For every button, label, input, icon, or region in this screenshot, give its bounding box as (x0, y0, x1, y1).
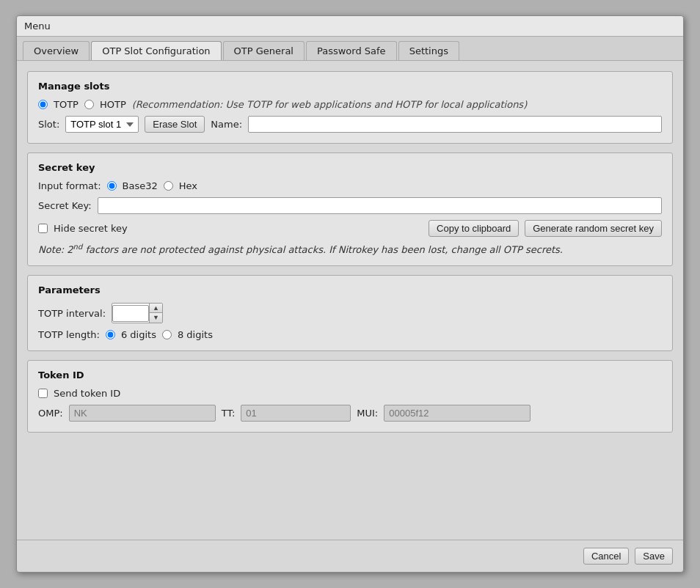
eight-digits-radio[interactable] (162, 330, 172, 339)
send-token-row: Send token ID (38, 388, 662, 399)
slot-label: Slot: (38, 119, 59, 130)
secret-key-label: Secret Key: (38, 200, 92, 211)
eight-digits-label: 8 digits (178, 329, 213, 340)
omp-label: OMP: (38, 408, 63, 419)
hide-secret-label: Hide secret key (54, 223, 128, 234)
token-id-title: Token ID (38, 370, 662, 381)
tab-overview[interactable]: Overview (23, 41, 90, 60)
hex-label: Hex (179, 180, 197, 191)
parameters-section: Parameters TOTP interval: 30 ▲ ▼ TOTP le… (27, 275, 673, 351)
mui-input[interactable] (384, 405, 531, 422)
totp-interval-spinner: 30 ▲ ▼ (112, 303, 163, 323)
totp-radio[interactable] (38, 100, 48, 109)
hide-copy-row: Hide secret key Copy to clipboard Genera… (38, 220, 662, 237)
cancel-button[interactable]: Cancel (583, 548, 629, 565)
parameters-title: Parameters (38, 284, 662, 295)
save-button[interactable]: Save (635, 548, 673, 565)
totp-label: TOTP (54, 99, 79, 110)
input-format-row: Input format: Base32 Hex (38, 180, 662, 191)
six-digits-radio[interactable] (106, 330, 115, 339)
mui-label: MUI: (357, 408, 378, 419)
tab-otp-slot-config[interactable]: OTP Slot Configuration (91, 41, 221, 60)
name-input[interactable]: Nextcloud (248, 116, 662, 133)
totp-interval-input[interactable]: 30 (112, 305, 149, 322)
send-token-checkbox[interactable] (38, 389, 48, 398)
tab-bar: Overview OTP Slot Configuration OTP Gene… (17, 37, 683, 61)
totp-hotp-row: TOTP HOTP (Recommendation: Use TOTP for … (38, 99, 662, 110)
base32-radio[interactable] (107, 181, 117, 191)
send-token-label: Send token ID (54, 388, 120, 399)
tab-otp-general[interactable]: OTP General (223, 41, 305, 60)
spinner-down-button[interactable]: ▼ (150, 313, 162, 323)
hotp-radio[interactable] (84, 100, 94, 109)
manage-slots-section: Manage slots TOTP HOTP (Recommendation: … (27, 71, 673, 144)
recommendation-text: (Recommendation: Use TOTP for web applic… (132, 99, 527, 110)
totp-interval-label: TOTP interval: (38, 308, 106, 319)
omp-input[interactable] (69, 405, 216, 422)
totp-length-label: TOTP length: (38, 329, 100, 340)
six-digits-label: 6 digits (121, 329, 156, 340)
secret-key-section: Secret key Input format: Base32 Hex Secr… (27, 152, 673, 266)
main-content: Manage slots TOTP HOTP (Recommendation: … (17, 61, 683, 540)
tab-settings[interactable]: Settings (398, 41, 459, 60)
window-title: Menu (24, 21, 51, 32)
secret-key-title: Secret key (38, 162, 662, 173)
manage-slots-title: Manage slots (38, 81, 662, 92)
erase-slot-button[interactable]: Erase Slot (145, 116, 205, 133)
tt-label: TT: (222, 408, 236, 419)
totp-length-row: TOTP length: 6 digits 8 digits (38, 329, 662, 340)
slot-select[interactable]: TOTP slot 1 TOTP slot 2 TOTP slot 3 (65, 116, 139, 133)
omp-row: OMP: TT: MUI: (38, 405, 662, 422)
footer: Cancel Save (17, 540, 683, 572)
spinner-up-button[interactable]: ▲ (150, 304, 162, 313)
tab-password-safe[interactable]: Password Safe (306, 41, 397, 60)
hotp-label: HOTP (100, 99, 126, 110)
hex-radio[interactable] (164, 181, 173, 191)
base32-label: Base32 (123, 180, 158, 191)
main-window: Menu Overview OTP Slot Configuration OTP… (16, 15, 684, 573)
token-id-section: Token ID Send token ID OMP: TT: MUI: (27, 360, 673, 433)
name-label: Name: (211, 119, 242, 130)
note-text: Note: 2nd factors are not protected agai… (38, 243, 662, 255)
secret-key-input[interactable]: NHATXSV4RBQ2637D (98, 197, 662, 214)
hide-secret-checkbox[interactable] (38, 224, 48, 233)
totp-interval-row: TOTP interval: 30 ▲ ▼ (38, 303, 662, 323)
generate-random-key-button[interactable]: Generate random secret key (525, 220, 662, 237)
secret-key-row: Secret Key: NHATXSV4RBQ2637D (38, 197, 662, 214)
input-format-label: Input format: (38, 180, 101, 191)
slot-row: Slot: TOTP slot 1 TOTP slot 2 TOTP slot … (38, 116, 662, 133)
copy-to-clipboard-button[interactable]: Copy to clipboard (429, 220, 519, 237)
tt-input[interactable] (241, 405, 351, 422)
title-bar: Menu (17, 16, 683, 37)
